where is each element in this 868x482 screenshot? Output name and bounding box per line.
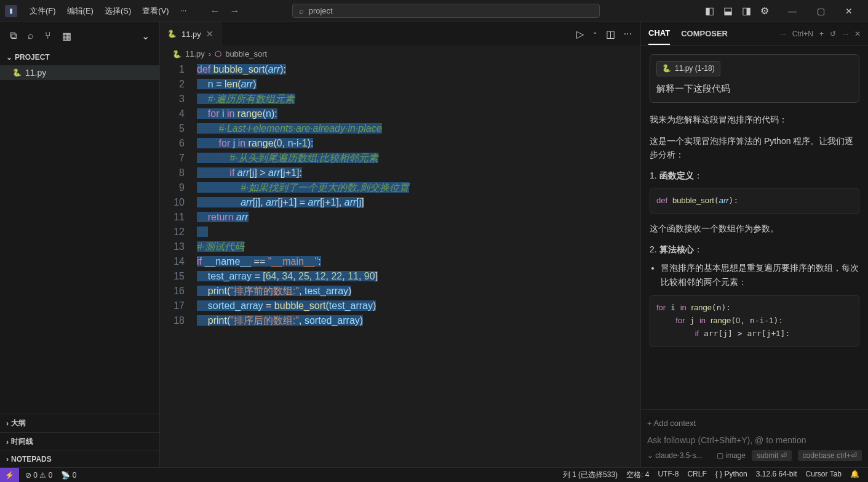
menu-view[interactable]: 查看(V) bbox=[137, 3, 173, 19]
eol-status[interactable]: CRLF bbox=[687, 470, 706, 480]
breadcrumb[interactable]: 🐍 11.py › ⬡ bubble_sort bbox=[160, 46, 640, 62]
outline-section[interactable]: ›大纲 bbox=[0, 414, 159, 432]
python-icon: 🐍 bbox=[662, 63, 671, 74]
timeline-section[interactable]: ›时间线 bbox=[0, 432, 159, 451]
composer-tab[interactable]: COMPOSER bbox=[681, 23, 728, 44]
menu-edit[interactable]: 编辑(E) bbox=[62, 3, 98, 19]
extensions-icon[interactable]: ▦ bbox=[62, 30, 71, 42]
submit-button[interactable]: submit ⏎ bbox=[752, 450, 792, 461]
image-button[interactable]: ▢ image bbox=[717, 451, 746, 460]
title-bar: ▮ 文件(F) 编辑(E) 选择(S) 查看(V) ··· ← → ⌕ proj… bbox=[0, 0, 868, 22]
history-icon[interactable]: ↺ bbox=[830, 30, 836, 38]
code-block: for i in range(n): for j in range(0, n-i… bbox=[650, 295, 859, 347]
assistant-heading: 2. 算法核心： bbox=[650, 243, 859, 256]
line-gutter: 123456789101112131415161718 bbox=[160, 62, 197, 467]
cursor-tab-status[interactable]: Cursor Tab bbox=[806, 470, 842, 480]
editor-tab[interactable]: 🐍 11.py ✕ bbox=[160, 22, 221, 46]
notepads-section[interactable]: ›NOTEPADS bbox=[0, 451, 159, 467]
chat-panel: CHAT COMPOSER ··· Ctrl+N + ↺ ··· ✕ 🐍 11.… bbox=[640, 22, 868, 467]
run-chevron-icon[interactable]: ⌄ bbox=[592, 28, 597, 40]
search-icon[interactable]: ⌕ bbox=[28, 30, 34, 41]
menu-file[interactable]: 文件(F) bbox=[25, 3, 61, 19]
code-block: def bubble_sort(arr): bbox=[650, 188, 859, 214]
chevron-down-icon: ⌄ bbox=[6, 53, 12, 62]
bell-icon[interactable]: 🔔 bbox=[850, 470, 859, 480]
menu-bar: 文件(F) 编辑(E) 选择(S) 查看(V) ··· bbox=[25, 3, 191, 19]
chevron-right-icon: › bbox=[6, 419, 9, 428]
layout-bottom-icon[interactable]: ⬓ bbox=[723, 6, 733, 16]
assistant-heading: 1. 函数定义： bbox=[650, 169, 859, 182]
editor-area: 🐍 11.py ✕ ▷ ⌄ ◫ ··· 🐍 11.py › ⬡ bubble_s… bbox=[160, 22, 640, 467]
tab-label: 11.py bbox=[181, 30, 201, 39]
chevron-down-icon[interactable]: ⌄ bbox=[141, 30, 149, 42]
app-logo: ▮ bbox=[5, 5, 17, 17]
indentation-status[interactable]: 空格: 4 bbox=[626, 470, 649, 480]
close-icon[interactable]: ✕ bbox=[206, 29, 213, 39]
cursor-position[interactable]: 列 1 (已选择533) bbox=[563, 470, 618, 480]
radio-status[interactable]: 📡 0 bbox=[61, 471, 76, 480]
menu-select[interactable]: 选择(S) bbox=[100, 3, 136, 19]
layout-left-icon[interactable]: ◧ bbox=[704, 6, 714, 16]
project-name: PROJECT bbox=[15, 53, 50, 62]
status-bar: ⚡ ⊘ 0 ⚠ 0 📡 0 列 1 (已选择533) 空格: 4 UTF-8 C… bbox=[0, 467, 868, 482]
split-icon[interactable]: ◫ bbox=[606, 28, 615, 40]
nav-arrows: ← → bbox=[210, 6, 239, 17]
shortcut-label: Ctrl+N bbox=[792, 30, 813, 38]
model-selector[interactable]: ⌄ claude-3.5-s... bbox=[647, 451, 702, 460]
breadcrumb-symbol: bubble_sort bbox=[225, 49, 267, 58]
layout-right-icon[interactable]: ◨ bbox=[741, 6, 751, 16]
breadcrumb-file: 11.py bbox=[185, 49, 205, 58]
minimize-button[interactable]: — bbox=[778, 0, 806, 22]
assistant-text: 冒泡排序的基本思想是重复遍历要排序的数组，每次比较相邻的两个元素： bbox=[661, 261, 859, 289]
file-name: 11.py bbox=[25, 68, 46, 78]
more-icon[interactable]: ··· bbox=[624, 28, 632, 40]
more-icon[interactable]: ··· bbox=[842, 30, 848, 38]
search-icon: ⌕ bbox=[299, 6, 304, 15]
sidebar: ⧉ ⌕ ⑂ ▦ ⌄ ⌄ PROJECT 🐍 11.py ›大纲 ›时间线 ›NO… bbox=[0, 22, 160, 467]
python-icon: 🐍 bbox=[172, 50, 181, 58]
user-message: 🐍 11.py (1-18) 解释一下这段代码 bbox=[650, 54, 859, 103]
chat-input[interactable] bbox=[647, 430, 862, 450]
python-icon: 🐍 bbox=[167, 30, 177, 38]
tabs-bar: 🐍 11.py ✕ ▷ ⌄ ◫ ··· bbox=[160, 22, 640, 46]
chat-input-area: + Add context ⌄ claude-3.5-s... ▢ image … bbox=[641, 409, 868, 467]
code-editor[interactable]: 123456789101112131415161718 def·bubble_s… bbox=[160, 62, 640, 467]
assistant-text: 这是一个实现冒泡排序算法的 Python 程序。让我们逐步分析： bbox=[650, 134, 859, 162]
run-icon[interactable]: ▷ bbox=[576, 28, 584, 40]
chevron-right-icon: › bbox=[6, 438, 9, 446]
chevron-right-icon: › bbox=[6, 455, 9, 464]
remote-indicator[interactable]: ⚡ bbox=[0, 468, 19, 483]
context-chip[interactable]: 🐍 11.py (1-18) bbox=[656, 61, 720, 76]
file-item[interactable]: 🐍 11.py bbox=[0, 65, 159, 80]
plus-icon[interactable]: + bbox=[819, 30, 824, 38]
more-icon[interactable]: ··· bbox=[780, 30, 786, 38]
encoding-status[interactable]: UTF-8 bbox=[658, 470, 679, 480]
menu-more[interactable]: ··· bbox=[175, 3, 192, 19]
nav-forward-icon[interactable]: → bbox=[229, 6, 239, 17]
explorer-icon[interactable]: ⧉ bbox=[10, 30, 17, 41]
scm-icon[interactable]: ⑂ bbox=[45, 30, 51, 41]
settings-icon[interactable]: ⚙ bbox=[760, 6, 770, 16]
codebase-button[interactable]: codebase ctrl+⏎ bbox=[798, 450, 862, 461]
chat-tab[interactable]: CHAT bbox=[648, 22, 670, 45]
assistant-text: 这个函数接收一个数组作为参数。 bbox=[650, 222, 859, 235]
python-icon: 🐍 bbox=[12, 68, 22, 77]
chat-tabs: CHAT COMPOSER ··· Ctrl+N + ↺ ··· ✕ bbox=[641, 22, 868, 46]
user-text: 解释一下这段代码 bbox=[656, 81, 853, 96]
chat-body: 🐍 11.py (1-18) 解释一下这段代码 我来为您解释这段冒泡排序的代码：… bbox=[641, 46, 868, 409]
nav-back-icon[interactable]: ← bbox=[210, 6, 220, 17]
language-status[interactable]: { } Python bbox=[715, 470, 747, 480]
assistant-text: 我来为您解释这段冒泡排序的代码： bbox=[650, 113, 859, 126]
command-search[interactable]: ⌕ project bbox=[292, 4, 600, 18]
maximize-button[interactable]: ▢ bbox=[806, 0, 835, 22]
problems-status[interactable]: ⊘ 0 ⚠ 0 bbox=[25, 471, 52, 480]
close-button[interactable]: ✕ bbox=[835, 0, 863, 22]
search-text: project bbox=[309, 6, 333, 15]
code-content[interactable]: def·bubble_sort(arr): ····n·=·len(arr) ·… bbox=[197, 62, 640, 467]
project-header[interactable]: ⌄ PROJECT bbox=[0, 49, 159, 65]
add-context-button[interactable]: + Add context bbox=[647, 416, 862, 430]
interpreter-status[interactable]: 3.12.6 64-bit bbox=[756, 470, 797, 480]
cube-icon: ⬡ bbox=[215, 49, 221, 58]
close-icon[interactable]: ✕ bbox=[854, 30, 861, 38]
